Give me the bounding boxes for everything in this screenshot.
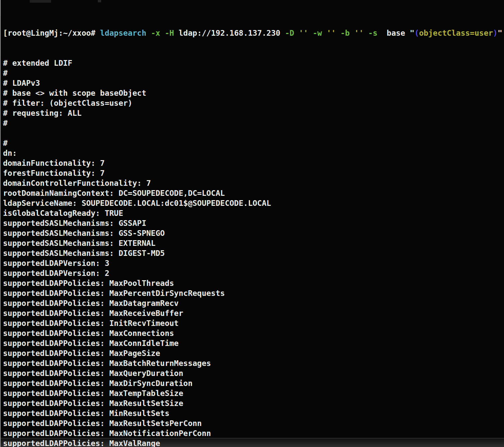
terminal-output-line: supportedLDAPVersion: 3 xyxy=(3,258,502,268)
terminal-output-line: # LDAPv3 xyxy=(3,78,502,88)
terminal-output-line: supportedLDAPVersion: 2 xyxy=(3,268,502,278)
terminal-left-edge xyxy=(0,0,1,447)
command-segment xyxy=(377,29,387,37)
terminal-output-line: ldapServiceName: SOUPEDECODE.LOCAL:dc01$… xyxy=(3,198,502,208)
terminal-output-line: supportedLDAPPolicies: MaxNotificationPe… xyxy=(3,428,502,438)
terminal-output: # extended LDIF## LDAPv3# base <> with s… xyxy=(3,58,502,447)
command-segment xyxy=(363,29,368,37)
terminal-output-line: supportedLDAPPolicies: InitRecvTimeout xyxy=(3,318,502,328)
terminal-output-line: dn: xyxy=(3,148,502,158)
command-segment: base xyxy=(387,29,405,37)
terminal-output-line: isGlobalCatalogReady: TRUE xyxy=(3,208,502,218)
command-segment xyxy=(294,29,299,37)
command-segment: '' xyxy=(326,29,336,37)
terminal-output-line: supportedLDAPPolicies: MinResultSets xyxy=(3,408,502,418)
command-segment xyxy=(336,29,340,37)
terminal-output-line: supportedLDAPPolicies: MaxConnections xyxy=(3,328,502,338)
command-segment xyxy=(174,29,179,37)
prompt-line: [root@LingMj:~/xxoo# ldapsearch -x -H ld… xyxy=(3,28,502,38)
terminal-output-line: supportedLDAPPolicies: MaxReceiveBuffer xyxy=(3,308,502,318)
terminal-output-line: domainFunctionality: 7 xyxy=(3,158,502,168)
terminal-content: [root@LingMj:~/xxoo# ldapsearch -x -H ld… xyxy=(3,8,502,447)
terminal-window[interactable]: [root@LingMj:~/xxoo# ldapsearch -x -H ld… xyxy=(0,0,504,447)
terminal-output-line: rootDomainNamingContext: DC=SOUPEDECODE,… xyxy=(3,188,502,198)
command-segment: " xyxy=(410,29,415,37)
command-segment: objectClass=user xyxy=(419,29,493,37)
command-segment xyxy=(322,29,327,37)
command-segment xyxy=(308,29,313,37)
terminal-output-line: supportedSASLMechanisms: GSS-SPNEGO xyxy=(3,228,502,238)
terminal-output-line: supportedLDAPPolicies: MaxResultSetsPerC… xyxy=(3,418,502,428)
terminal-output-line: supportedLDAPPolicies: MaxResultSetSize xyxy=(3,398,502,408)
command-segment: -b xyxy=(340,29,350,37)
clipped-previous-line-fragment xyxy=(98,0,101,2)
terminal-output-line: # xyxy=(3,118,502,128)
command-segment xyxy=(160,29,165,37)
command-segment: ( xyxy=(415,29,419,37)
command-segment xyxy=(280,29,285,37)
command-segment: -w xyxy=(313,29,322,37)
command-segment: -s xyxy=(368,29,377,37)
terminal-output-line: domainControllerFunctionality: 7 xyxy=(3,178,502,188)
command-segment: -H xyxy=(165,29,174,37)
terminal-output-line: supportedLDAPPolicies: MaxDirSyncDuratio… xyxy=(3,378,502,388)
terminal-output-line: supportedLDAPPolicies: MaxPoolThreads xyxy=(3,278,502,288)
command-segment: '' xyxy=(299,29,308,37)
terminal-output-line: forestFunctionality: 7 xyxy=(3,168,502,178)
terminal-output-line: supportedLDAPPolicies: MaxPageSize xyxy=(3,348,502,358)
terminal-output-line: supportedLDAPPolicies: MaxPercentDirSync… xyxy=(3,288,502,298)
terminal-output-line xyxy=(3,128,502,138)
command-segment: " xyxy=(498,29,502,37)
terminal-output-line: # xyxy=(3,138,502,148)
command-segment xyxy=(146,29,151,37)
terminal-output-line: supportedLDAPPolicies: MaxDatagramRecv xyxy=(3,298,502,308)
command-segment xyxy=(350,29,354,37)
terminal-output-line: supportedLDAPPolicies: MaxConnIdleTime xyxy=(3,338,502,348)
clipped-previous-line-fragment xyxy=(30,0,51,3)
terminal-output-line: supportedLDAPPolicies: MaxTempTableSize xyxy=(3,388,502,398)
command-segment: ) xyxy=(493,29,498,37)
command-segment xyxy=(405,29,410,37)
command-segment: [root@LingMj:~/xxoo# xyxy=(3,29,100,37)
command-segment: ldapsearch xyxy=(100,29,146,37)
command-segment: ldap://192.168.137.230 xyxy=(179,29,280,37)
terminal-output-line: # filter: (objectClass=user) xyxy=(3,98,502,108)
terminal-output-line: # xyxy=(3,68,502,78)
command-segment: '' xyxy=(354,29,364,37)
terminal-output-line: supportedLDAPPolicies: MaxBatchReturnMes… xyxy=(3,358,502,368)
terminal-output-line: # extended LDIF xyxy=(3,58,502,68)
command-segment: -x xyxy=(151,29,160,37)
terminal-output-line: supportedLDAPPolicies: MaxQueryDuration xyxy=(3,368,502,378)
terminal-output-line: supportedSASLMechanisms: GSSAPI xyxy=(3,218,502,228)
terminal-output-line: # requesting: ALL xyxy=(3,108,502,118)
terminal-output-line: # base <> with scope baseObject xyxy=(3,88,502,98)
terminal-output-line: supportedLDAPPolicies: MaxValRange xyxy=(3,438,502,447)
terminal-output-line: supportedSASLMechanisms: DIGEST-MD5 xyxy=(3,248,502,258)
terminal-output-line: supportedSASLMechanisms: EXTERNAL xyxy=(3,238,502,248)
command-segment: -D xyxy=(285,29,294,37)
